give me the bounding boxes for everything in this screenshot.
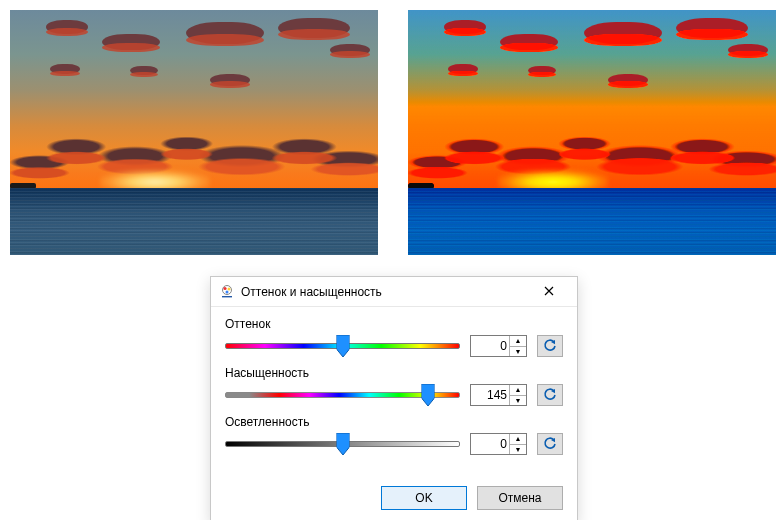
preview-image-adjusted	[408, 10, 776, 255]
saturation-row: Насыщенность ▲ ▼	[225, 366, 563, 407]
svg-marker-5	[336, 335, 349, 357]
saturation-spin-down[interactable]: ▼	[510, 396, 526, 406]
lightness-slider-thumb[interactable]	[336, 433, 349, 455]
hue-slider-thumb[interactable]	[336, 335, 349, 357]
dialog-title: Оттенок и насыщенность	[241, 285, 527, 299]
svg-marker-9	[336, 433, 349, 455]
hue-value-input[interactable]	[471, 336, 509, 356]
lightness-value-input[interactable]	[471, 434, 509, 454]
svg-point-3	[226, 290, 229, 293]
preview-image-original	[10, 10, 378, 255]
saturation-spinbox[interactable]: ▲ ▼	[470, 384, 527, 406]
saturation-spin-up[interactable]: ▲	[510, 385, 526, 396]
hue-reset-button[interactable]	[537, 335, 563, 357]
undo-arrow-icon	[543, 436, 557, 453]
lightness-spin-up[interactable]: ▲	[510, 434, 526, 445]
undo-arrow-icon	[543, 338, 557, 355]
hue-label: Оттенок	[225, 317, 563, 331]
saturation-slider[interactable]	[225, 383, 460, 407]
undo-arrow-icon	[543, 387, 557, 404]
hue-spinbox[interactable]: ▲ ▼	[470, 335, 527, 357]
lightness-row: Осветленность ▲ ▼	[225, 415, 563, 456]
ok-button[interactable]: OK	[381, 486, 467, 510]
hue-spin-down[interactable]: ▼	[510, 347, 526, 357]
hue-spin-up[interactable]: ▲	[510, 336, 526, 347]
lightness-reset-button[interactable]	[537, 433, 563, 455]
cancel-button[interactable]: Отмена	[477, 486, 563, 510]
lightness-slider[interactable]	[225, 432, 460, 456]
dialog-titlebar[interactable]: Оттенок и насыщенность	[211, 277, 577, 307]
lightness-spinbox[interactable]: ▲ ▼	[470, 433, 527, 455]
svg-rect-4	[222, 296, 232, 297]
app-icon	[219, 284, 235, 300]
lightness-spin-down[interactable]: ▼	[510, 445, 526, 455]
saturation-label: Насыщенность	[225, 366, 563, 380]
hue-row: Оттенок ▲ ▼	[225, 317, 563, 358]
hue-saturation-dialog: Оттенок и насыщенность Оттенок	[210, 276, 578, 520]
saturation-reset-button[interactable]	[537, 384, 563, 406]
close-icon	[544, 285, 554, 299]
svg-point-1	[223, 286, 226, 289]
lightness-label: Осветленность	[225, 415, 563, 429]
close-button[interactable]	[527, 278, 571, 306]
saturation-slider-thumb[interactable]	[421, 384, 434, 406]
svg-marker-7	[421, 384, 434, 406]
saturation-value-input[interactable]	[471, 385, 509, 405]
svg-point-2	[228, 287, 231, 290]
hue-slider[interactable]	[225, 334, 460, 358]
